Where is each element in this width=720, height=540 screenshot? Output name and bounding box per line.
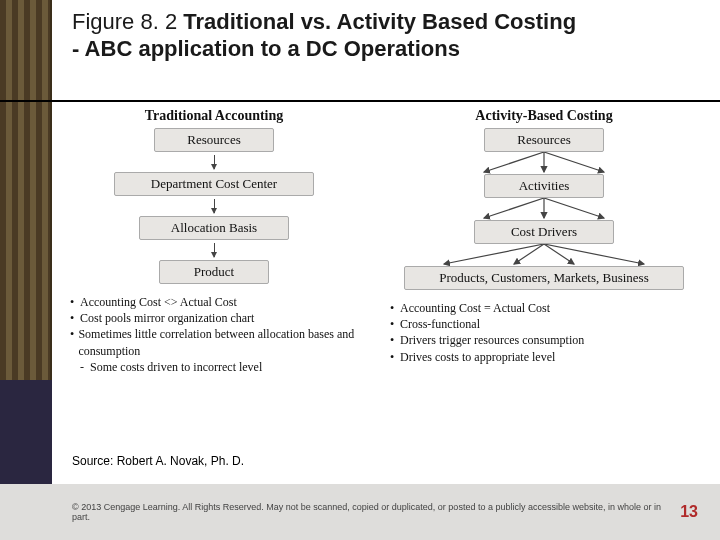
bullet-icon: • [70, 294, 80, 310]
slide-title: Figure 8. 2 Traditional vs. Activity Bas… [72, 8, 672, 62]
title-line-1: Traditional vs. Activity Based Costing [183, 9, 576, 34]
bullet-text: Cross-functional [400, 316, 480, 332]
comparison-diagram: Traditional Accounting Resources Departm… [64, 108, 704, 434]
abc-flow: Resources Activities Cost Drivers [384, 128, 704, 290]
bullet-text: Cost pools mirror organization chart [80, 310, 254, 326]
footer-bar: © 2013 Cengage Learning. All Rights Rese… [0, 484, 720, 540]
abc-heading: Activity-Based Costing [384, 108, 704, 124]
svg-line-5 [544, 198, 604, 218]
svg-line-3 [484, 198, 544, 218]
figure-label: Figure 8. 2 [72, 9, 183, 34]
source-citation: Source: Robert A. Novak, Ph. D. [72, 454, 244, 468]
bullet-text: Accounting Cost = Actual Cost [400, 300, 550, 316]
box-activities: Activities [484, 174, 604, 198]
bullet-text: Drives costs to appropriate level [400, 349, 555, 365]
box-dept-cost-center: Department Cost Center [114, 172, 314, 196]
bullet-text: Drivers trigger resources consumption [400, 332, 584, 348]
box-product: Product [159, 260, 269, 284]
bullet-text: Some costs driven to incorrect level [90, 359, 262, 375]
bullet-text: Sometimes little correlation between all… [78, 326, 364, 358]
box-pcmb: Products, Customers, Markets, Business [404, 266, 684, 290]
fan-arrows-icon [384, 198, 704, 220]
arrow-down-icon [214, 155, 215, 169]
title-line-2: - ABC application to a DC Operations [72, 36, 672, 62]
traditional-bullets: •Accounting Cost <> Actual Cost •Cost po… [64, 294, 364, 375]
abc-column: Activity-Based Costing Resources Activit… [384, 108, 704, 365]
box-resources-right: Resources [484, 128, 604, 152]
bullet-icon: • [70, 326, 78, 358]
traditional-heading: Traditional Accounting [64, 108, 364, 124]
svg-line-2 [544, 152, 604, 172]
bullet-text: Accounting Cost <> Actual Cost [80, 294, 237, 310]
bullet-icon: • [70, 310, 80, 326]
fan-arrows-icon [384, 152, 704, 174]
title-underline [0, 100, 720, 102]
svg-line-0 [484, 152, 544, 172]
box-allocation-basis: Allocation Basis [139, 216, 289, 240]
traditional-flow: Resources Department Cost Center Allocat… [64, 128, 364, 284]
abc-bullets: •Accounting Cost = Actual Cost •Cross-fu… [384, 300, 704, 365]
copyright-text: © 2013 Cengage Learning. All Rights Rese… [72, 502, 680, 522]
bullet-icon: • [390, 316, 400, 332]
fan-arrows-icon [384, 244, 704, 266]
side-decor-image [0, 0, 52, 510]
bullet-icon: • [390, 300, 400, 316]
bullet-icon: • [390, 332, 400, 348]
box-resources-left: Resources [154, 128, 274, 152]
box-cost-drivers: Cost Drivers [474, 220, 614, 244]
arrow-down-icon [214, 199, 215, 213]
dash-icon: - [80, 359, 90, 375]
bullet-icon: • [390, 349, 400, 365]
arrow-down-icon [214, 243, 215, 257]
traditional-column: Traditional Accounting Resources Departm… [64, 108, 364, 375]
page-number: 13 [680, 503, 698, 521]
